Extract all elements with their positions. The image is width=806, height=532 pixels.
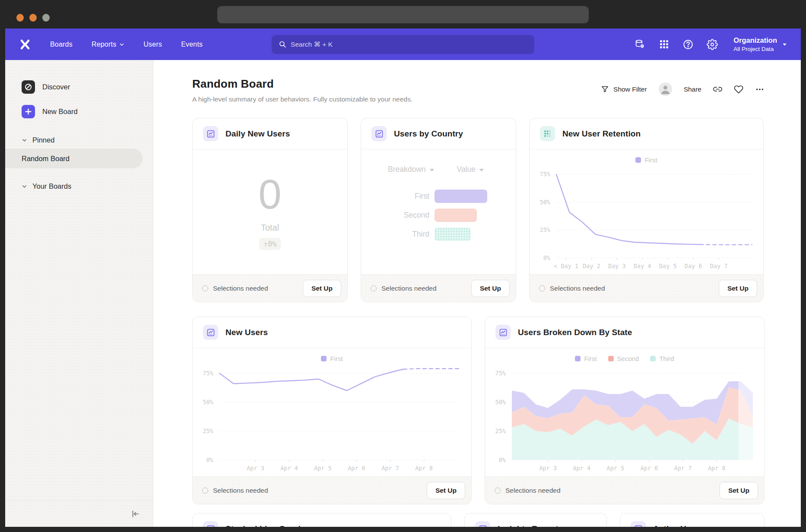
- nav-item-users[interactable]: Users: [143, 41, 162, 48]
- status-circle-icon: [202, 285, 208, 291]
- line-chart-icon: [631, 521, 646, 527]
- sidebar-item-new-board[interactable]: New Board: [5, 101, 153, 122]
- legend-swatch-third: [650, 356, 656, 361]
- svg-text:Apr 3: Apr 3: [539, 465, 557, 472]
- browser-url-bar[interactable]: [217, 6, 589, 23]
- favorite-heart-icon[interactable]: [734, 85, 743, 94]
- bar-first: [435, 190, 487, 203]
- app-window: Boards Reports Users Events: [5, 28, 801, 527]
- metric-label: Total: [261, 223, 279, 233]
- caret-down-icon: [479, 169, 484, 171]
- svg-text:Apr 8: Apr 8: [415, 465, 433, 472]
- chart-legend: First: [193, 355, 471, 362]
- nav-item-boards[interactable]: Boards: [50, 41, 73, 48]
- status-circle-icon: [202, 488, 208, 494]
- show-filter-button[interactable]: Show Filter: [601, 85, 647, 93]
- card-title: Daily New Users: [225, 129, 290, 139]
- legend-swatch-second: [608, 356, 614, 361]
- bar-second: [435, 209, 477, 222]
- sidebar: Discover New Board Pinned Random Board: [5, 60, 153, 527]
- svg-text:Apr 4: Apr 4: [573, 465, 590, 472]
- card-title: Users by Country: [394, 129, 463, 139]
- chevron-down-icon: [22, 184, 27, 189]
- line-chart-icon: [203, 521, 218, 527]
- value-dropdown[interactable]: Value: [457, 165, 484, 174]
- page-title: Random Board: [192, 77, 413, 91]
- sidebar-section-pinned[interactable]: Pinned: [5, 136, 153, 144]
- svg-text:Day 6: Day 6: [685, 263, 702, 269]
- card-title: Stacked Line Graph: [225, 524, 303, 527]
- set-up-button[interactable]: Set Up: [471, 280, 510, 297]
- global-search[interactable]: [272, 35, 534, 54]
- bar-row: Third: [361, 228, 516, 241]
- svg-text:Day 5: Day 5: [659, 263, 677, 269]
- svg-text:0%: 0%: [206, 456, 213, 463]
- sidebar-collapse-icon[interactable]: [130, 509, 140, 519]
- svg-text:75%: 75%: [203, 370, 213, 377]
- sidebar-section-your-boards[interactable]: Your Boards: [5, 182, 153, 190]
- card-insights-report: Insights Report: [464, 513, 607, 527]
- svg-text:50%: 50%: [540, 199, 550, 206]
- nav-item-reports[interactable]: Reports: [92, 41, 124, 48]
- window-zoom-button[interactable]: [42, 14, 50, 22]
- metric-value: 0: [258, 174, 281, 215]
- avatar[interactable]: [659, 82, 672, 96]
- metric-delta-badge: ↑0%: [259, 238, 281, 250]
- data-management-icon[interactable]: [634, 39, 645, 50]
- svg-text:Apr 6: Apr 6: [348, 465, 365, 472]
- set-up-button[interactable]: Set Up: [303, 280, 341, 297]
- cards-row-2: New Users First 75%50%25%0%Apr 3Apr 4Apr…: [192, 317, 765, 504]
- nav-item-events[interactable]: Events: [181, 41, 203, 48]
- search-input[interactable]: [291, 41, 527, 48]
- settings-gear-icon[interactable]: [707, 39, 718, 50]
- sidebar-item-random-board[interactable]: Random Board: [5, 149, 143, 168]
- set-up-button[interactable]: Set Up: [427, 482, 465, 499]
- status-circle-icon: [495, 488, 501, 494]
- status-text: Selections needed: [505, 487, 561, 494]
- country-bars: First Second Third: [361, 190, 516, 241]
- breakdown-dropdown[interactable]: Breakdown: [388, 165, 434, 174]
- chart-legend: First Second Third: [485, 355, 764, 362]
- window-close-button[interactable]: [16, 14, 24, 22]
- status-circle-icon: [371, 285, 377, 291]
- svg-text:50%: 50%: [203, 399, 213, 405]
- cards-row-3: Stacked Line Graph Insights Report: [192, 513, 765, 527]
- share-button[interactable]: Share: [684, 86, 701, 93]
- card-title: New Users: [225, 328, 268, 337]
- status-text: Selections needed: [550, 285, 605, 292]
- legend-swatch-first: [635, 157, 641, 163]
- apps-grid-icon[interactable]: [658, 39, 670, 50]
- legend-swatch-first: [321, 356, 327, 361]
- svg-text:Apr 5: Apr 5: [314, 465, 332, 472]
- card-active-users: Active Users: [620, 513, 765, 527]
- sidebar-item-label: New Board: [42, 108, 78, 116]
- sidebar-item-discover[interactable]: Discover: [5, 76, 153, 98]
- window-minimize-button[interactable]: [29, 14, 37, 22]
- window-titlebar: [0, 0, 806, 28]
- card-new-user-retention: New User Retention First 75%50%25%0%< Da…: [529, 118, 764, 302]
- more-options-icon[interactable]: [755, 85, 765, 94]
- svg-text:0%: 0%: [543, 254, 550, 261]
- mixpanel-logo-icon[interactable]: [18, 38, 31, 51]
- filter-funnel-icon: [601, 85, 609, 93]
- svg-text:Day 3: Day 3: [608, 263, 626, 269]
- svg-text:50%: 50%: [495, 399, 506, 405]
- set-up-button[interactable]: Set Up: [719, 280, 757, 297]
- retention-chart: 75%50%25%0%< Day 1Day 2Day 3Day 4Day 5Da…: [532, 165, 760, 272]
- sidebar-footer: [5, 500, 153, 527]
- card-title: New User Retention: [562, 129, 641, 139]
- plus-icon: [22, 105, 35, 118]
- svg-text:Day 7: Day 7: [710, 263, 728, 269]
- svg-text:0%: 0%: [499, 456, 506, 463]
- card-users-by-country: Users by Country Breakdown Value: [361, 118, 516, 302]
- set-up-button[interactable]: Set Up: [720, 482, 758, 499]
- line-chart-icon: [371, 126, 387, 141]
- card-new-users: New Users First 75%50%25%0%Apr 3Apr 4Apr…: [192, 317, 472, 504]
- status-circle-icon: [539, 285, 545, 291]
- svg-text:25%: 25%: [495, 428, 506, 434]
- svg-text:25%: 25%: [203, 428, 213, 434]
- help-icon[interactable]: [682, 39, 694, 50]
- copy-link-icon[interactable]: [713, 85, 722, 94]
- organization-switcher[interactable]: Organization All Project Data: [733, 36, 788, 52]
- svg-text:< Day 1: < Day 1: [554, 263, 578, 269]
